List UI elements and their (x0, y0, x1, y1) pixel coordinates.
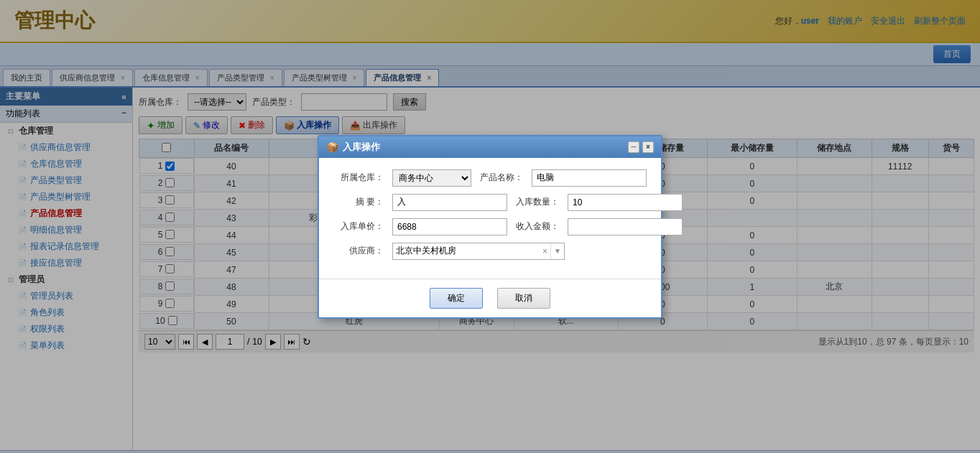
modal-row-4: 供应商： × ▼ (333, 243, 647, 260)
modal-title: 入库操作 (343, 141, 380, 154)
modal-supplier-arrow[interactable]: ▼ (550, 243, 564, 259)
modal-confirm-btn[interactable]: 确定 (430, 288, 483, 309)
modal-footer: 确定 取消 (319, 279, 661, 317)
modal-supplier-input[interactable] (393, 243, 540, 259)
modal-summary-input[interactable] (392, 194, 507, 211)
modal-minimize-btn[interactable]: ─ (628, 141, 639, 153)
modal-warehouse-select[interactable]: 商务中心 (392, 169, 471, 187)
modal-icon: 📦 (326, 141, 338, 153)
modal-income-input[interactable] (568, 218, 683, 235)
modal-header-right: ─ × (628, 141, 654, 153)
modal-supplier-select-wrap: × ▼ (392, 243, 565, 260)
modal-qty-input[interactable] (568, 194, 683, 211)
instock-modal: 📦 入库操作 ─ × 所属仓库： 商务中心 产品名称： 摘 要： (318, 135, 662, 319)
modal-body: 所属仓库： 商务中心 产品名称： 摘 要： 入库数量： 入库单价： 收入金额： (319, 158, 661, 279)
modal-product-name-input[interactable] (532, 169, 647, 187)
modal-price-input[interactable] (392, 218, 507, 235)
modal-close-btn[interactable]: × (642, 141, 654, 153)
modal-header: 📦 入库操作 ─ × (319, 136, 661, 158)
modal-overlay: 📦 入库操作 ─ × 所属仓库： 商务中心 产品名称： 摘 要： (0, 0, 980, 453)
modal-header-left: 📦 入库操作 (326, 141, 380, 154)
modal-product-name-label: 产品名称： (480, 172, 523, 184)
modal-price-label: 入库单价： (333, 220, 384, 233)
modal-warehouse-label: 所属仓库： (333, 172, 384, 184)
modal-supplier-label: 供应商： (333, 245, 384, 257)
modal-summary-label: 摘 要： (333, 196, 384, 208)
modal-supplier-clear[interactable]: × (540, 246, 550, 256)
modal-row-1: 所属仓库： 商务中心 产品名称： (333, 169, 647, 187)
modal-qty-label: 入库数量： (516, 196, 559, 208)
modal-income-label: 收入金额： (516, 220, 559, 233)
modal-row-2: 摘 要： 入库数量： (333, 194, 647, 211)
modal-row-3: 入库单价： 收入金额： (333, 218, 647, 235)
modal-cancel-btn[interactable]: 取消 (497, 288, 550, 309)
